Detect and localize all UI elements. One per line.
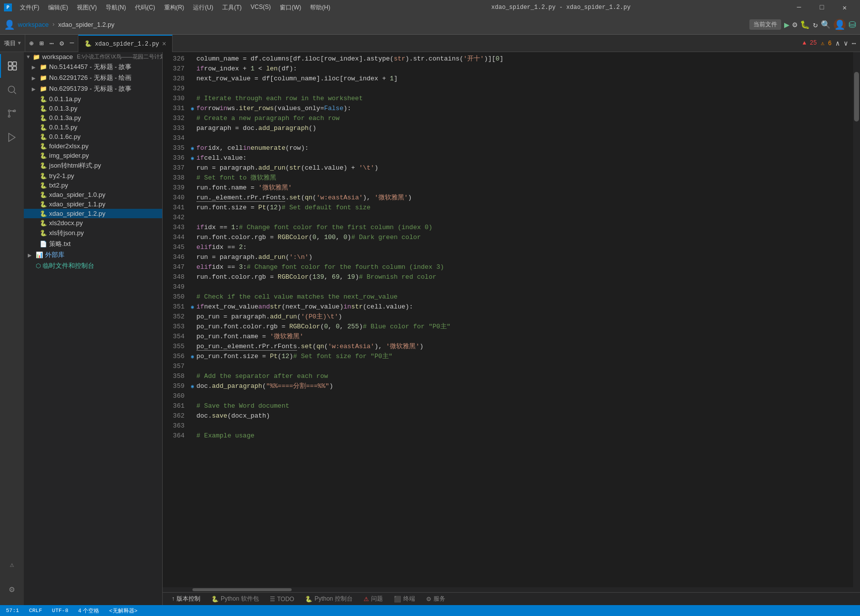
tab-services[interactable]: ⚙ 服务 xyxy=(421,593,450,606)
code-line-344: run.font.color.rgb = RGBColor(0, 100, 0)… xyxy=(196,233,853,243)
file-0016c[interactable]: ▶ 🐍 0.0.1.6c.py xyxy=(24,132,162,141)
pycharm-icon[interactable]: ⛁ xyxy=(849,19,856,30)
close-button[interactable]: ✕ xyxy=(833,0,856,15)
menu-view[interactable]: 视图(V) xyxy=(73,2,101,13)
project-dropdown-icon[interactable]: ▼ xyxy=(18,41,21,46)
terminal-icon: ⬡ xyxy=(36,262,41,269)
code-line-349 xyxy=(196,282,853,292)
workspace-root[interactable]: ▼ 📁 workspace E:\小说工作区\X鸟——花园二号计划\work..… xyxy=(24,52,162,62)
profile-icon[interactable]: 👤 xyxy=(834,19,846,31)
file-label: 0.0.1.5.py xyxy=(49,123,77,131)
file-strategy[interactable]: ▶ 📄 策略.txt xyxy=(24,239,162,249)
status-position[interactable]: 57:1 xyxy=(4,608,21,614)
file-xdao12-active[interactable]: ▶ 🐍 xdao_spider_1.2.py xyxy=(24,209,162,218)
more-options-icon[interactable]: ⋯ xyxy=(852,39,856,48)
code-content[interactable]: column_name = df.columns[df.iloc[row_ind… xyxy=(196,52,853,587)
folder-no51414457[interactable]: ▶ 📁 No.51414457 - 无标题 - 故事 xyxy=(24,62,162,72)
scrollbar-thumb[interactable] xyxy=(854,72,859,122)
status-encoding[interactable]: UTF-8 xyxy=(50,608,70,614)
sidebar-dots-icon[interactable]: ⋯ xyxy=(48,38,56,49)
menu-help[interactable]: 帮助(H) xyxy=(306,2,334,13)
file-0013[interactable]: ▶ 🐍 0.0.1.3.py xyxy=(24,104,162,113)
minimize-button[interactable]: ─ xyxy=(788,0,810,15)
file-xdao10[interactable]: ▶ 🐍 xdao_spider_1.0.py xyxy=(24,190,162,199)
menu-window[interactable]: 窗口(W) xyxy=(276,2,305,13)
h-scroll-thumb[interactable] xyxy=(192,588,292,591)
activity-git[interactable] xyxy=(0,102,24,125)
file-try21[interactable]: ▶ 🐍 try2-1.py xyxy=(24,171,162,181)
activity-debug[interactable] xyxy=(0,125,24,149)
tab-close-button[interactable]: × xyxy=(162,40,166,48)
folder-no62951739[interactable]: ▶ 📁 No.62951739 - 无标题 - 故事 xyxy=(24,83,162,94)
activity-explorer[interactable] xyxy=(0,54,24,78)
code-line-356: po_run.font.size = Pt(12) # Set font siz… xyxy=(196,352,853,362)
tab-python-console[interactable]: 🐍 Python 控制台 xyxy=(300,593,358,606)
menu-tools[interactable]: 工具(T) xyxy=(218,2,246,13)
file-json2html[interactable]: ▶ 🐍 json转html样式.py xyxy=(24,160,162,171)
file-txt2[interactable]: ▶ 🐍 txt2.py xyxy=(24,181,162,190)
code-line-347: elif idx == 3: # Change font color for t… xyxy=(196,262,853,272)
py-file-icon: 🐍 xyxy=(40,124,47,131)
file-label: try2-1.py xyxy=(49,172,74,180)
folder-label: No.62951739 - 无标题 - 故事 xyxy=(49,84,131,93)
tab-version-control[interactable]: ↑ 版本控制 xyxy=(167,593,205,606)
expand-icon[interactable]: ∧ xyxy=(836,39,840,48)
project-label[interactable]: 项目 xyxy=(4,39,16,48)
breadcrumb-file[interactable]: xdao_spider_1.2.py xyxy=(58,21,114,28)
menu-nav[interactable]: 导航(N) xyxy=(102,2,130,13)
menu-edit[interactable]: 编辑(E) xyxy=(44,2,72,13)
editor-scrollbar[interactable] xyxy=(853,52,860,587)
code-line-332: # Create a new paragraph for each row xyxy=(196,114,853,123)
file-xls2docx[interactable]: ▶ 🐍 xls2docx.py xyxy=(24,218,162,228)
file-0015[interactable]: ▶ 🐍 0.0.1.5.py xyxy=(24,123,162,132)
horizontal-scrollbar[interactable] xyxy=(163,587,860,592)
code-editor[interactable]: 326 327 328 329 330 331 332 333 334 335 … xyxy=(163,52,860,587)
file-0011a[interactable]: ▶ 🐍 0.0.1.1a.py xyxy=(24,94,162,104)
menu-code[interactable]: 代码(C) xyxy=(131,2,159,13)
activity-search[interactable] xyxy=(0,78,24,102)
tab-terminal[interactable]: ⬛ 终端 xyxy=(389,593,420,606)
scratch-console[interactable]: ▶ ⬡ 临时文件和控制台 xyxy=(24,260,162,271)
tab-problems[interactable]: ⚠ 问题 xyxy=(359,593,388,606)
sidebar-split-icon[interactable]: ⊞ xyxy=(37,38,45,49)
menu-vcs[interactable]: VCS(S) xyxy=(246,2,275,13)
build-icon[interactable]: ⚙ xyxy=(793,20,798,30)
svg-rect-2 xyxy=(8,66,12,70)
activity-settings[interactable]: ⚙ xyxy=(0,577,24,601)
activity-notifications[interactable]: ⚠ xyxy=(0,553,24,576)
external-libraries[interactable]: ▶ 📊 外部库 xyxy=(24,249,162,260)
menu-refactor[interactable]: 重构(R) xyxy=(160,2,188,13)
collapse-code-icon[interactable]: ∨ xyxy=(844,39,848,48)
folder-no62291726[interactable]: ▶ 📁 No.62291726 - 无标题 - 绘画 xyxy=(24,72,162,83)
tab-todo[interactable]: ☰ TODO xyxy=(265,593,299,606)
py-file-icon: 🐍 xyxy=(40,115,47,122)
tab-python-packages[interactable]: 🐍 Python 软件包 xyxy=(206,593,264,606)
sidebar-settings-icon[interactable]: ⚙ xyxy=(58,38,65,49)
status-indent[interactable]: 4 个空格 xyxy=(76,607,101,615)
code-line-338: # Set font to 微软雅黑 xyxy=(196,173,853,183)
workspace-breadcrumb[interactable]: workspace xyxy=(18,21,49,28)
maximize-button[interactable]: □ xyxy=(810,0,833,15)
reload-icon[interactable]: ↻ xyxy=(813,20,818,30)
sidebar-add-icon[interactable]: ⊕ xyxy=(27,38,35,49)
file-xls2json[interactable]: ▶ 🐍 xls转json.py xyxy=(24,228,162,239)
file-0013a[interactable]: ▶ 🐍 0.0.1.3a.py xyxy=(24,113,162,123)
file-folder2xlsx[interactable]: ▶ 🐍 folder2xlsx.py xyxy=(24,141,162,151)
search-icon[interactable]: 🔍 xyxy=(821,20,831,30)
menu-file[interactable]: 文件(F) xyxy=(16,2,43,13)
run-button[interactable]: ▶ xyxy=(784,19,790,30)
debug-icon[interactable]: 🐛 xyxy=(800,20,810,30)
status-line-ending[interactable]: CRLF xyxy=(27,608,44,614)
file-tab[interactable]: 🐍 xdao_spider_1.2.py × xyxy=(78,35,173,52)
console-icon: 🐍 xyxy=(305,596,312,603)
current-file-label[interactable]: 当前文件 xyxy=(749,19,781,30)
file-xdao11[interactable]: ▶ 🐍 xdao_spider_1.1.py xyxy=(24,199,162,209)
py-file-icon: 🐍 xyxy=(40,133,47,140)
sidebar-collapse-icon[interactable]: ─ xyxy=(68,38,76,48)
file-imgspider[interactable]: ▶ 🐍 img_spider.py xyxy=(24,151,162,160)
status-interpreter[interactable]: <无解释器> xyxy=(107,607,139,615)
py-file-icon: 🐍 xyxy=(40,201,47,208)
menu-run[interactable]: 运行(U) xyxy=(189,2,217,13)
toolbar-account-icon[interactable]: 👤 xyxy=(4,19,15,30)
folder-icon: 📁 xyxy=(40,85,47,92)
